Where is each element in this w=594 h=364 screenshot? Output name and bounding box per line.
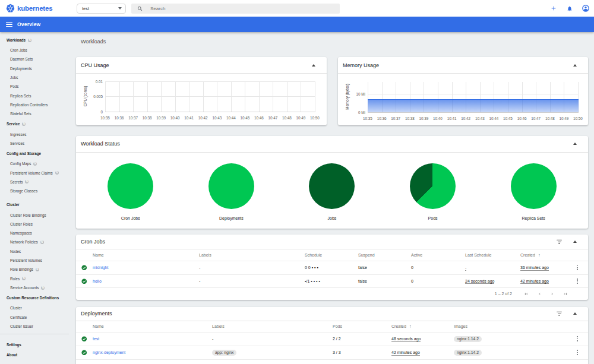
pie-chart[interactable] <box>108 163 153 209</box>
collapse-caret-icon[interactable] <box>573 240 577 243</box>
account-button[interactable] <box>582 5 589 12</box>
cpu-usage-card: CPU Usage 0.010.005010:3510:3610:3710:38… <box>76 57 327 125</box>
x-tick-label: 10:35 <box>363 116 372 121</box>
cron-jobs-card-header: Cron Jobs <box>76 235 588 249</box>
sidebar-section-cluster[interactable]: Cluster <box>0 200 69 209</box>
first-page-button[interactable] <box>524 292 529 296</box>
search-input[interactable] <box>150 6 305 11</box>
sidebar-item-config-maps[interactable]: Config MapsN <box>0 159 69 168</box>
logo-text: kubernetes <box>17 5 52 12</box>
pie-chart[interactable] <box>511 163 557 209</box>
sidebar-item-deployments[interactable]: Deployments <box>0 64 69 73</box>
cron-job-link[interactable]: midnight <box>93 265 108 270</box>
next-page-button[interactable] <box>550 292 555 296</box>
collapse-caret-icon[interactable] <box>573 143 577 145</box>
cron-jobs-pagination: 1 – 2 of 2 <box>76 288 588 299</box>
y-tick-label: 0.01 <box>79 79 103 83</box>
x-tick-label: 10:45 <box>503 116 513 121</box>
sidebar-item-stateful-sets[interactable]: Stateful Sets <box>0 109 69 118</box>
kubernetes-logo[interactable]: kubernetes <box>6 4 77 13</box>
cpu-card-header: CPU Usage <box>76 57 327 74</box>
sidebar-item-replica-sets[interactable]: Replica Sets <box>0 91 69 100</box>
column-header-active[interactable]: Active <box>411 253 465 257</box>
column-header-suspend[interactable]: Suspend <box>358 253 411 257</box>
status-pie-pods: Pods <box>383 153 484 229</box>
x-tick-label: 10:50 <box>310 116 320 120</box>
sidebar-item-pods[interactable]: Pods <box>0 82 69 91</box>
sidebar-item-roles[interactable]: RolesN <box>0 274 69 283</box>
sidebar-item-role-bindings[interactable]: Role BindingsN <box>0 265 69 274</box>
sidebar-item-storage-classes[interactable]: Storage Classes <box>0 186 69 195</box>
sort-ascending-icon: ↑ <box>538 252 541 258</box>
filter-icon[interactable] <box>557 240 562 244</box>
pie-chart[interactable] <box>410 163 456 209</box>
create-resource-button[interactable] <box>550 5 557 12</box>
column-header-name[interactable]: Name <box>93 253 199 257</box>
memory-usage-area <box>368 99 579 112</box>
sidebar-item-services[interactable]: Services <box>0 139 69 148</box>
column-header-pods[interactable]: Pods <box>333 324 391 328</box>
memory-card-title: Memory Usage <box>343 62 379 68</box>
sidebar-item-replication-controllers[interactable]: Replication Controllers <box>0 100 69 109</box>
sidebar-item-service-accounts[interactable]: Service AccountsN <box>0 283 69 292</box>
sidebar-item-secrets[interactable]: SecretsN <box>0 178 69 186</box>
pie-chart[interactable] <box>208 163 254 209</box>
column-header-schedule[interactable]: Schedule <box>305 253 358 257</box>
status-pie-deployments: Deployments <box>181 153 282 229</box>
column-header-last-schedule[interactable]: Last Schedule <box>465 253 520 257</box>
toolbar-title: Overview <box>17 21 40 27</box>
column-header-name[interactable]: Name <box>93 324 212 328</box>
column-header-created[interactable]: Created↑ <box>520 252 567 258</box>
sidebar-item-cluster-issuer[interactable]: Cluster Issuer <box>0 322 69 331</box>
sidebar-item-namespaces[interactable]: Namespaces <box>0 229 69 238</box>
sidebar-section-config-and-storage[interactable]: Config and Storage <box>0 149 69 158</box>
sidebar-section-workloads[interactable]: WorkloadsN <box>0 36 69 45</box>
sidebar-item-ingresses[interactable]: Ingresses <box>0 130 69 139</box>
sidebar-item-cluster-role-bindings[interactable]: Cluster Role Bindings <box>0 211 69 220</box>
sidebar-item-persistent-volume-claims[interactable]: Persistent Volume ClaimsN <box>0 169 69 178</box>
toolbar: Overview <box>0 17 594 32</box>
collapse-caret-icon[interactable] <box>312 64 315 67</box>
namespace-selector[interactable]: test <box>77 4 126 14</box>
notifications-button[interactable] <box>566 5 573 12</box>
collapse-caret-icon[interactable] <box>573 312 577 315</box>
deployment-link[interactable]: nginx-deployment <box>93 350 125 354</box>
sidebar-section-custom-resource-definitions[interactable]: Custom Resource Definitions <box>0 293 69 302</box>
success-check-icon <box>81 265 87 271</box>
namespaced-badge-icon: N <box>25 180 29 183</box>
row-actions-kebab-icon[interactable] <box>577 278 578 284</box>
previous-page-button[interactable] <box>537 292 542 296</box>
menu-button[interactable] <box>6 22 12 27</box>
sidebar-item-cluster[interactable]: Cluster <box>0 303 69 312</box>
sidebar-item-daemon-sets[interactable]: Daemon Sets <box>0 55 69 64</box>
column-header-labels[interactable]: Labels <box>199 253 305 257</box>
sidebar-item-settings[interactable]: Settings <box>0 340 69 349</box>
search-bar[interactable] <box>131 4 340 14</box>
x-tick-label: 10:43 <box>212 116 222 120</box>
column-header-images[interactable]: Images <box>454 324 567 328</box>
sidebar-item-about[interactable]: About <box>0 350 69 359</box>
sidebar-item-cluster-roles[interactable]: Cluster Roles <box>0 220 69 229</box>
column-header-labels[interactable]: Labels <box>212 324 333 328</box>
sidebar-section-service[interactable]: ServiceN <box>0 119 69 128</box>
label-chip: app: nginx <box>212 350 236 356</box>
sidebar-item-network-policies[interactable]: Network PoliciesN <box>0 238 69 246</box>
pie-chart[interactable] <box>309 163 355 209</box>
x-tick-label: 10:46 <box>517 116 527 121</box>
cron-jobs-table: NameLabelsScheduleSuspendActiveLast Sche… <box>76 249 588 288</box>
column-header-created[interactable]: Created↑ <box>391 324 454 329</box>
sidebar-item-cron-jobs[interactable]: Cron Jobs <box>0 46 69 55</box>
sidebar-item-persistent-volumes[interactable]: Persistent Volumes <box>0 256 69 265</box>
sidebar-item-certificate[interactable]: Certificate <box>0 313 69 322</box>
row-actions-kebab-icon[interactable] <box>577 265 578 271</box>
last-page-button[interactable] <box>563 292 568 296</box>
sidebar-item-jobs[interactable]: Jobs <box>0 73 69 82</box>
cron-job-link[interactable]: hello <box>93 279 102 283</box>
row-actions-kebab-icon[interactable] <box>577 336 578 341</box>
collapse-caret-icon[interactable] <box>573 64 577 67</box>
deployment-link[interactable]: test <box>93 337 99 341</box>
filter-icon[interactable] <box>557 312 562 316</box>
row-actions-kebab-icon[interactable] <box>577 350 578 355</box>
sidebar-item-nodes[interactable]: Nodes <box>0 247 69 256</box>
y-tick-label: 0 Mi <box>342 110 365 114</box>
